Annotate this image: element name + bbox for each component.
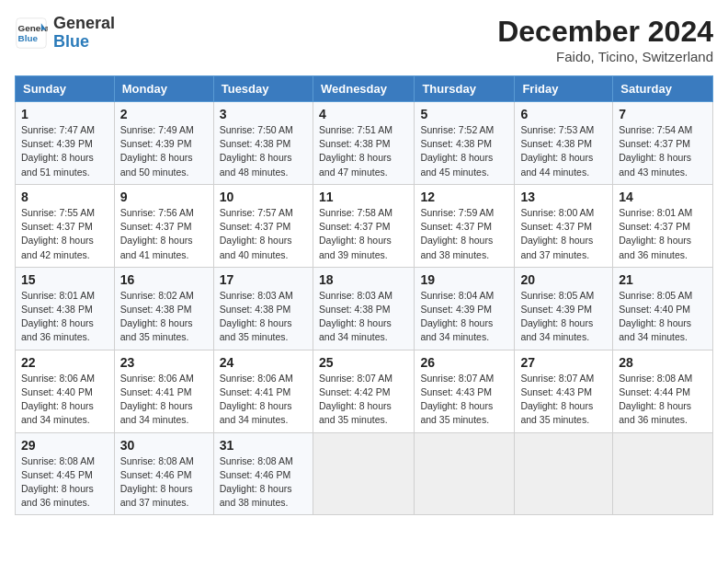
day-info: Sunrise: 7:57 AMSunset: 4:37 PMDaylight:… xyxy=(220,206,307,262)
day-info: Sunrise: 8:06 AMSunset: 4:40 PMDaylight:… xyxy=(21,372,108,428)
day-number: 26 xyxy=(420,355,508,370)
calendar-cell: 31Sunrise: 8:08 AMSunset: 4:46 PMDayligh… xyxy=(213,432,313,515)
day-info: Sunrise: 7:51 AMSunset: 4:38 PMDaylight:… xyxy=(319,123,408,179)
day-number: 2 xyxy=(120,107,208,121)
day-info: Sunrise: 7:52 AMSunset: 4:38 PMDaylight:… xyxy=(420,123,508,179)
day-info: Sunrise: 8:07 AMSunset: 4:43 PMDaylight:… xyxy=(420,372,508,428)
calendar-cell: 30Sunrise: 8:08 AMSunset: 4:46 PMDayligh… xyxy=(114,432,213,515)
day-number: 23 xyxy=(120,355,208,370)
day-info: Sunrise: 8:07 AMSunset: 4:43 PMDaylight:… xyxy=(520,372,607,428)
day-info: Sunrise: 8:06 AMSunset: 4:41 PMDaylight:… xyxy=(120,372,208,428)
calendar-cell: 21Sunrise: 8:05 AMSunset: 4:40 PMDayligh… xyxy=(613,267,713,350)
day-info: Sunrise: 8:08 AMSunset: 4:44 PMDaylight:… xyxy=(619,372,707,428)
calendar-table: SundayMondayTuesdayWednesdayThursdayFrid… xyxy=(15,75,713,515)
calendar-week-4: 22Sunrise: 8:06 AMSunset: 4:40 PMDayligh… xyxy=(16,350,713,432)
calendar-cell: 27Sunrise: 8:07 AMSunset: 4:43 PMDayligh… xyxy=(515,350,613,432)
day-number: 18 xyxy=(319,272,408,287)
day-number: 28 xyxy=(619,355,707,370)
day-number: 5 xyxy=(420,107,508,121)
calendar-cell: 24Sunrise: 8:06 AMSunset: 4:41 PMDayligh… xyxy=(213,350,313,432)
day-info: Sunrise: 7:56 AMSunset: 4:37 PMDaylight:… xyxy=(120,206,208,262)
day-number: 10 xyxy=(220,190,307,204)
day-number: 22 xyxy=(21,355,108,370)
calendar-cell: 2Sunrise: 7:49 AMSunset: 4:39 PMDaylight… xyxy=(114,102,213,185)
day-number: 21 xyxy=(619,272,707,287)
calendar-cell: 19Sunrise: 8:04 AMSunset: 4:39 PMDayligh… xyxy=(415,267,515,350)
calendar-cell: 8Sunrise: 7:55 AMSunset: 4:37 PMDaylight… xyxy=(16,184,115,267)
day-info: Sunrise: 8:01 AMSunset: 4:38 PMDaylight:… xyxy=(21,289,108,345)
day-info: Sunrise: 8:00 AMSunset: 4:37 PMDaylight:… xyxy=(520,206,607,262)
day-number: 25 xyxy=(319,355,408,370)
calendar-week-3: 15Sunrise: 8:01 AMSunset: 4:38 PMDayligh… xyxy=(16,267,713,350)
page-header: General Blue General Blue December 2024 … xyxy=(15,15,713,64)
weekday-header-friday: Friday xyxy=(515,76,613,102)
day-number: 14 xyxy=(619,190,707,204)
calendar-cell: 22Sunrise: 8:06 AMSunset: 4:40 PMDayligh… xyxy=(16,350,115,432)
day-number: 29 xyxy=(21,438,108,453)
logo-icon: General Blue xyxy=(15,17,48,50)
day-number: 15 xyxy=(21,272,108,287)
day-info: Sunrise: 8:08 AMSunset: 4:45 PMDaylight:… xyxy=(21,454,108,511)
calendar-cell: 7Sunrise: 7:54 AMSunset: 4:37 PMDaylight… xyxy=(613,102,713,185)
weekday-header-tuesday: Tuesday xyxy=(213,76,313,102)
logo-text-blue: Blue xyxy=(53,33,115,52)
calendar-cell: 26Sunrise: 8:07 AMSunset: 4:43 PMDayligh… xyxy=(415,350,515,432)
calendar-cell xyxy=(613,432,713,515)
day-number: 4 xyxy=(319,107,408,121)
day-info: Sunrise: 7:50 AMSunset: 4:38 PMDaylight:… xyxy=(220,123,307,179)
day-info: Sunrise: 7:58 AMSunset: 4:37 PMDaylight:… xyxy=(319,206,408,262)
month-title: December 2024 xyxy=(497,15,713,49)
day-info: Sunrise: 8:08 AMSunset: 4:46 PMDaylight:… xyxy=(220,454,307,511)
calendar-cell: 6Sunrise: 7:53 AMSunset: 4:38 PMDaylight… xyxy=(515,102,613,185)
day-info: Sunrise: 8:05 AMSunset: 4:39 PMDaylight:… xyxy=(520,289,607,345)
day-info: Sunrise: 8:02 AMSunset: 4:38 PMDaylight:… xyxy=(120,289,208,345)
day-number: 27 xyxy=(520,355,607,370)
calendar-cell: 20Sunrise: 8:05 AMSunset: 4:39 PMDayligh… xyxy=(515,267,613,350)
day-info: Sunrise: 7:47 AMSunset: 4:39 PMDaylight:… xyxy=(21,123,108,179)
calendar-cell: 14Sunrise: 8:01 AMSunset: 4:37 PMDayligh… xyxy=(613,184,713,267)
day-number: 30 xyxy=(120,438,208,453)
calendar-cell: 28Sunrise: 8:08 AMSunset: 4:44 PMDayligh… xyxy=(613,350,713,432)
day-number: 19 xyxy=(420,272,508,287)
day-info: Sunrise: 8:01 AMSunset: 4:37 PMDaylight:… xyxy=(619,206,707,262)
day-number: 6 xyxy=(520,107,607,121)
day-number: 11 xyxy=(319,190,408,204)
calendar-cell: 1Sunrise: 7:47 AMSunset: 4:39 PMDaylight… xyxy=(16,102,115,185)
title-block: December 2024 Faido, Ticino, Switzerland xyxy=(497,15,713,64)
calendar-cell: 12Sunrise: 7:59 AMSunset: 4:37 PMDayligh… xyxy=(415,184,515,267)
day-number: 31 xyxy=(220,438,307,453)
calendar-week-2: 8Sunrise: 7:55 AMSunset: 4:37 PMDaylight… xyxy=(16,184,713,267)
day-info: Sunrise: 8:06 AMSunset: 4:41 PMDaylight:… xyxy=(220,372,307,428)
calendar-cell xyxy=(415,432,515,515)
weekday-header-saturday: Saturday xyxy=(613,76,713,102)
day-info: Sunrise: 8:08 AMSunset: 4:46 PMDaylight:… xyxy=(120,454,208,511)
day-info: Sunrise: 7:55 AMSunset: 4:37 PMDaylight:… xyxy=(21,206,108,262)
calendar-cell: 25Sunrise: 8:07 AMSunset: 4:42 PMDayligh… xyxy=(313,350,414,432)
calendar-cell: 29Sunrise: 8:08 AMSunset: 4:45 PMDayligh… xyxy=(16,432,115,515)
calendar-cell xyxy=(313,432,414,515)
svg-text:Blue: Blue xyxy=(18,33,39,43)
calendar-week-5: 29Sunrise: 8:08 AMSunset: 4:45 PMDayligh… xyxy=(16,432,713,515)
day-number: 24 xyxy=(220,355,307,370)
logo: General Blue General Blue xyxy=(15,15,115,52)
day-number: 1 xyxy=(21,107,108,121)
calendar-cell: 5Sunrise: 7:52 AMSunset: 4:38 PMDaylight… xyxy=(415,102,515,185)
day-number: 20 xyxy=(520,272,607,287)
calendar-cell: 3Sunrise: 7:50 AMSunset: 4:38 PMDaylight… xyxy=(213,102,313,185)
day-info: Sunrise: 8:04 AMSunset: 4:39 PMDaylight:… xyxy=(420,289,508,345)
calendar-cell: 4Sunrise: 7:51 AMSunset: 4:38 PMDaylight… xyxy=(313,102,414,185)
calendar-cell: 13Sunrise: 8:00 AMSunset: 4:37 PMDayligh… xyxy=(515,184,613,267)
calendar-cell: 17Sunrise: 8:03 AMSunset: 4:38 PMDayligh… xyxy=(213,267,313,350)
logo-text-general: General xyxy=(53,15,115,33)
day-info: Sunrise: 7:53 AMSunset: 4:38 PMDaylight:… xyxy=(520,123,607,179)
day-info: Sunrise: 7:59 AMSunset: 4:37 PMDaylight:… xyxy=(420,206,508,262)
weekday-header-sunday: Sunday xyxy=(16,76,115,102)
weekday-header-thursday: Thursday xyxy=(415,76,515,102)
day-info: Sunrise: 8:05 AMSunset: 4:40 PMDaylight:… xyxy=(619,289,707,345)
day-info: Sunrise: 7:54 AMSunset: 4:37 PMDaylight:… xyxy=(619,123,707,179)
day-info: Sunrise: 8:03 AMSunset: 4:38 PMDaylight:… xyxy=(220,289,307,345)
calendar-cell: 23Sunrise: 8:06 AMSunset: 4:41 PMDayligh… xyxy=(114,350,213,432)
calendar-week-1: 1Sunrise: 7:47 AMSunset: 4:39 PMDaylight… xyxy=(16,102,713,185)
day-number: 13 xyxy=(520,190,607,204)
calendar-cell: 11Sunrise: 7:58 AMSunset: 4:37 PMDayligh… xyxy=(313,184,414,267)
